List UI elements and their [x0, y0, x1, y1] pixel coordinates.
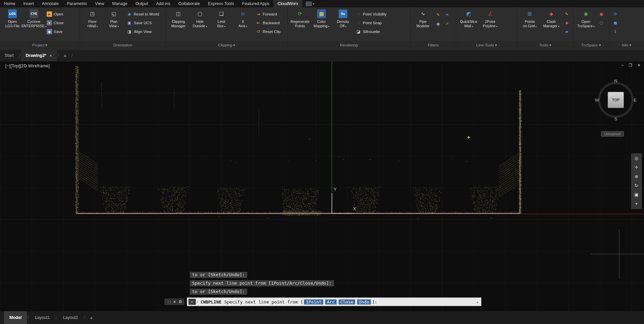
panel-label-clipping[interactable]: Clipping ▾ — [166, 41, 287, 50]
ribbon-button-open-truspace[interactable]: ◉OpenTruSpace▾ — [575, 8, 596, 29]
ribbon-button-color-mapping[interactable]: ▦ColorMapping▾ — [311, 8, 332, 29]
close-window-button[interactable]: ✕ — [637, 63, 641, 68]
ribbon-button-tool-pencil[interactable]: ✎ — [562, 10, 571, 18]
nav-pan-icon[interactable]: ✛ — [632, 165, 641, 171]
panel-label-tools[interactable]: Tools ▾ — [517, 41, 573, 50]
ribbon-button-point-visibility[interactable]: ∷Point Visibility — [354, 10, 388, 18]
ribbon-button-regenerate-points[interactable]: ⟳RegeneratePoints — [290, 8, 310, 28]
nav-motion-icon[interactable]: ▣ — [632, 192, 641, 198]
ribbon-button-info-i[interactable]: ℹ — [611, 28, 620, 36]
close-command-bar-icon[interactable]: ✕ — [173, 300, 176, 304]
menu-tab-add-ins[interactable]: Add-ins — [152, 0, 174, 7]
panel-label-rendering[interactable]: Rendering — [288, 41, 410, 50]
ribbon-button-save-ucs[interactable]: ▣Save UCS — [125, 19, 161, 27]
command-option-close[interactable]: Close — [339, 299, 355, 304]
ribbon-button-tool-red[interactable]: ◆ — [562, 19, 571, 27]
ribbon-button-reset-clip[interactable]: ↺Reset Clip — [254, 28, 282, 36]
restore-window-button[interactable]: ❐ — [629, 63, 632, 68]
customize-wrench-icon[interactable]: ⚙ — [178, 299, 182, 304]
viewcube-top-face[interactable]: TOP — [608, 92, 624, 108]
minimize-window-button[interactable]: − — [621, 63, 624, 68]
new-drawing-tab-button[interactable]: + — [59, 53, 71, 59]
ribbon-button-fit-circle[interactable]: ● — [434, 20, 442, 28]
viewcube-east[interactable]: E — [634, 98, 637, 103]
command-bar-handle[interactable]: ⋮⋮ ✕ ⚙ — [164, 298, 184, 305]
ribbon-button-info-sync[interactable]: ⟳ — [611, 10, 620, 18]
view-name-chip[interactable]: Unnamed — [601, 131, 624, 137]
ribbon-button-point-snap[interactable]: ∷Point Snap — [354, 19, 388, 27]
drawing-viewport[interactable]: [−][Top][2D Wireframe] − ❐ ✕ N S W E TOP… — [0, 61, 644, 311]
command-option-undo[interactable]: Undo — [357, 299, 371, 304]
ribbon-button-pipe-modeler[interactable]: ∿PipeModeler — [413, 8, 433, 28]
file-tab-start[interactable]: Start — [0, 50, 18, 61]
ribbon-button-plan-view[interactable]: ◱PlanView▾ — [103, 8, 124, 29]
ribbon-button-open[interactable]: ▸Open — [45, 10, 65, 18]
panel-label-fitters[interactable]: Fitters — [411, 41, 456, 50]
panel-label-project[interactable]: Project ▾ — [0, 41, 80, 50]
panel-label-info[interactable]: Info ▾ — [609, 41, 644, 50]
menu-tab-insert[interactable]: Insert — [19, 0, 38, 7]
ribbon-button-points-on-grid[interactable]: ⊞Pointson Grid▾ — [519, 8, 540, 29]
nav-more-icon[interactable]: ▾ — [632, 201, 641, 207]
ribbon-button-save[interactable]: ▪Save — [45, 28, 65, 36]
nav-orbit-icon[interactable]: ↻ — [632, 183, 641, 189]
nav-wheel-icon[interactable]: ◎ — [632, 155, 641, 161]
ribbon-button-close[interactable]: ▾Close — [45, 19, 65, 27]
menu-tab-view[interactable]: View — [91, 0, 108, 7]
close-tab-icon[interactable]: ✕ — [49, 54, 52, 58]
ribbon-button-cyclone-enterprise[interactable]: CYECycloneENTERPRISE▾ — [24, 8, 44, 29]
ribbon-button-hide-outside[interactable]: ▢HideOutside▾ — [189, 8, 210, 29]
ribbon-button-tru-red[interactable]: ● — [597, 10, 606, 18]
command-option-arc[interactable]: Arc — [325, 299, 336, 304]
ribbon-button-info-dot[interactable]: ● — [611, 19, 620, 27]
layout-tab-model[interactable]: Model — [4, 311, 27, 324]
menu-tab-collaborate[interactable]: Collaborate — [174, 0, 204, 7]
ribbon-button-fit-brush[interactable]: ✐ — [443, 20, 451, 28]
ribbon-button-silhouette[interactable]: ◪Silhouette — [354, 28, 388, 36]
ribbon-button-density-off[interactable]: 0xDensityOff▾ — [333, 8, 353, 29]
command-input[interactable]: ▸ ▾ CWBPLINE Specify next line point fro… — [187, 297, 481, 306]
viewport-controls[interactable]: [−][Top][2D Wireframe] — [5, 64, 50, 68]
ribbon-button-2point-polyline[interactable]: ∠2PointPolyline▾ — [480, 8, 501, 29]
menu-tab-annotate[interactable]: Annotate — [38, 0, 63, 7]
panel-label-orientation[interactable]: Orientation — [80, 41, 166, 50]
menu-tab-output[interactable]: Output — [131, 0, 152, 7]
command-option-1point[interactable]: 1Point — [304, 299, 323, 304]
ribbon-button-floor-wall[interactable]: ◳Floor+Wall▾ — [82, 8, 103, 29]
menu-tab-manage[interactable]: Manage — [108, 0, 131, 7]
viewcube-south[interactable]: S — [614, 116, 617, 121]
ribbon-button-align-view[interactable]: ◨Align View — [125, 28, 161, 36]
ribbon-button-backward[interactable]: ⇤Backward — [254, 19, 282, 27]
ribbon-button-tru-gray[interactable]: ◌ — [597, 19, 606, 27]
new-layout-button[interactable]: + — [86, 315, 97, 321]
menu-tab-cloudworx[interactable]: CloudWorx — [273, 0, 302, 7]
drag-grip-icon[interactable]: ⋮⋮ — [167, 300, 171, 303]
workspace-switcher[interactable]: ▾ — [302, 0, 318, 7]
menu-tab-express-tools[interactable]: Express Tools — [204, 0, 238, 7]
ribbon-button-tool-blue[interactable]: ▰ — [562, 28, 571, 36]
ribbon-button-quickslice-wall[interactable]: ◩QuickSliceWall▾ — [458, 8, 479, 29]
ribbon-button-fit-star[interactable]: ✳ — [443, 11, 451, 19]
viewcube-north[interactable]: N — [614, 78, 617, 83]
file-tab-drawing2[interactable]: Drawing2*✕ — [21, 50, 57, 61]
menu-tab-home[interactable]: Home — [0, 0, 19, 7]
viewcube[interactable]: N S W E TOP — [595, 79, 637, 121]
ribbon-button-fit-pencil[interactable]: ✎ — [434, 11, 442, 19]
panel-label-truspace[interactable]: TruSpace ▾ — [573, 41, 609, 50]
ribbon-button-limit-box[interactable]: ❑LimitBox▾ — [211, 8, 232, 29]
command-prompt-icon[interactable]: ▸ ▾ — [188, 299, 198, 305]
viewcube-west[interactable]: W — [595, 98, 599, 103]
menu-tab-parametric[interactable]: Parametric — [63, 0, 91, 7]
ribbon-button-clash-manager[interactable]: ◆ClashManager▾ — [541, 8, 562, 29]
nav-zoom-icon[interactable]: ⊕ — [632, 174, 641, 180]
layout-tab-layout1[interactable]: Layout1 — [30, 311, 55, 324]
panel-label-line-tools[interactable]: Line-Tools ▾ — [456, 41, 517, 50]
recent-commands-icon[interactable]: ▸ — [188, 299, 196, 305]
ribbon-button-open-lgs-file[interactable]: LGSOpenLGS File — [2, 8, 23, 28]
ribbon-button-reset-to-world[interactable]: ◉Reset to World — [125, 10, 161, 18]
command-history-toggle[interactable]: ▴ — [476, 300, 478, 304]
menu-tab-featured-apps[interactable]: Featured Apps — [238, 0, 273, 7]
layout-tab-layout2[interactable]: Layout2 — [58, 311, 83, 324]
ribbon-button-clipping-manager[interactable]: ◫ClippingManager — [168, 8, 189, 28]
ribbon-button-x-axis[interactable]: |||XAxis▾ — [232, 8, 253, 29]
